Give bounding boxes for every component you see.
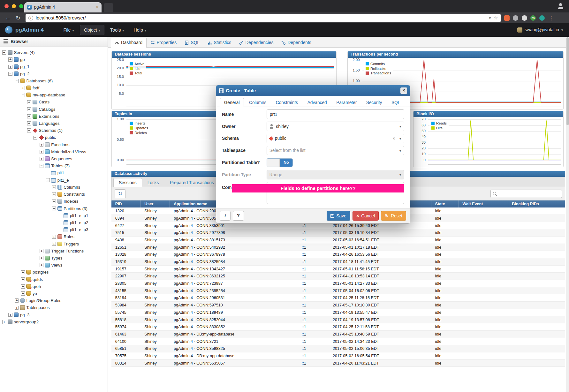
dialog-tab-parameter[interactable]: Parameter — [332, 98, 361, 107]
column-header-pid[interactable]: PID — [111, 200, 141, 208]
tree-item-columns[interactable]: +Columns — [0, 184, 108, 191]
tree-expander[interactable]: − — [15, 79, 19, 83]
tree-expander[interactable]: − — [33, 136, 37, 140]
tree-expander[interactable]: + — [40, 249, 44, 253]
tree-item-tables-7[interactable]: −Tables (7) — [0, 162, 108, 170]
tree-item-types[interactable]: +Types — [0, 254, 108, 261]
tree-item-casts[interactable]: +Casts — [0, 99, 108, 106]
tree-expander[interactable]: + — [52, 192, 56, 196]
tree-expander[interactable]: − — [52, 207, 56, 211]
tree-item-databases-6[interactable]: −Databases (6) — [0, 77, 108, 84]
tree-item-plt1-e-p3[interactable]: plt1_e_p3 — [0, 226, 108, 233]
tree-item-tablespaces[interactable]: +Tablespaces — [0, 304, 108, 311]
tree-item-views[interactable]: +Views — [0, 262, 108, 269]
tree-item-sequences[interactable]: +Sequences — [0, 155, 108, 162]
tree-expander[interactable]: + — [52, 235, 56, 239]
tree-expander[interactable]: + — [52, 200, 56, 204]
tab-dependencies[interactable]: Dependencies — [235, 38, 277, 47]
tree-expander[interactable]: + — [21, 291, 25, 296]
tablespace-select[interactable]: Select from the list ▾ — [267, 146, 404, 155]
tree-item-plt1-e-p2[interactable]: plt1_e_p2 — [0, 219, 108, 226]
tree-item-qreh[interactable]: +qreh — [0, 283, 108, 290]
activity-search-input[interactable] — [499, 192, 560, 196]
back-button[interactable]: ← — [5, 15, 11, 21]
new-tab-button[interactable] — [104, 3, 113, 11]
reset-button[interactable]: ↻ Reset — [381, 211, 406, 221]
browser-tab[interactable]: pgAdmin 4 × — [24, 2, 102, 12]
window-close-button[interactable] — [4, 4, 9, 9]
tree-item-functions[interactable]: +Functions — [0, 141, 108, 148]
dialog-header[interactable]: Create - Table × — [216, 85, 410, 96]
tab-dependents[interactable]: Dependents — [277, 38, 315, 47]
session-row-53194[interactable]: 53194ShirleypgAdmin 4 - CONN:2960531::12… — [111, 294, 565, 302]
tree-expander[interactable]: + — [27, 114, 31, 118]
site-info-icon[interactable]: i — [28, 16, 33, 20]
sql-help-button[interactable]: i — [220, 211, 231, 221]
tree-item-pg-1[interactable]: +pg_1 — [0, 63, 108, 70]
session-row-55974[interactable]: 55974ShirleypgAdmin 4 - CONN:8330852::12… — [111, 323, 565, 331]
tree-expander[interactable]: + — [15, 306, 19, 310]
refresh-button[interactable]: ↻ — [115, 189, 125, 198]
tree-expander[interactable]: + — [15, 298, 19, 303]
tree-item-plt1-e-p1[interactable]: plt1_e_p1 — [0, 212, 108, 219]
session-row-9438[interactable]: 9438ShirleypgAdmin 4 - CONN:3815173::120… — [111, 237, 565, 244]
column-header-blocking-pids[interactable]: Blocking PIDs — [508, 200, 565, 208]
tree-expander[interactable]: + — [8, 65, 12, 69]
dialog-tab-security[interactable]: Security — [362, 98, 386, 107]
save-button[interactable]: Save — [327, 211, 350, 221]
tree-expander[interactable]: + — [40, 150, 44, 154]
window-minimize-button[interactable] — [12, 4, 16, 9]
tree-expander[interactable]: + — [40, 157, 44, 161]
tree-item-pg-3[interactable]: +pg_3 — [0, 311, 108, 318]
help-button[interactable]: ? — [233, 211, 244, 221]
session-row-15319[interactable]: 15319ShirleypgAdmin 4 - CONN:3825984::12… — [111, 258, 565, 266]
tree-item-schemas-1[interactable]: −Schemas (1) — [0, 127, 108, 134]
schema-select[interactable]: public × ▾ — [267, 134, 404, 143]
extension-icon-1[interactable] — [504, 15, 510, 21]
tree-item-trigger-functions[interactable]: +Trigger Functions — [0, 247, 108, 254]
tree-item-languages[interactable]: +Languages — [0, 120, 108, 127]
extension-icon-5[interactable] — [539, 15, 545, 21]
column-header-state[interactable]: State — [431, 200, 459, 208]
session-row-55745[interactable]: 55745ShirleypgAdmin 4 - CONN:189489::120… — [111, 309, 565, 316]
tree-item-login-group-roles[interactable]: +Login/Group Roles — [0, 297, 108, 304]
tree-item-my-app-database[interactable]: −my-app-database — [0, 92, 108, 99]
tab-prepared-transactions[interactable]: Prepared Transactions — [164, 178, 219, 187]
tree-item-plt1-e[interactable]: −plt1_e — [0, 177, 108, 184]
tree-expander[interactable]: − — [21, 93, 25, 97]
tree-item-constraints[interactable]: +Constraints — [0, 191, 108, 198]
url-bar[interactable]: i localhost:5050/browser/ ▾ ☆ — [26, 14, 501, 22]
tree-item-indexes[interactable]: +Indexes — [0, 198, 108, 205]
tree-item-catalogs[interactable]: +Catalogs — [0, 106, 108, 113]
tree-expander[interactable]: + — [21, 277, 25, 282]
tree-item-public[interactable]: −public — [0, 134, 108, 141]
column-header-user[interactable]: User — [141, 200, 170, 208]
tab-properties[interactable]: Properties — [147, 38, 181, 47]
tree-item-servergroup2[interactable]: +servergroup2 — [0, 318, 108, 325]
reload-button[interactable]: ↻ — [16, 15, 20, 21]
dialog-tab-columns[interactable]: Columns — [245, 98, 270, 107]
dialog-tab-general[interactable]: General — [220, 98, 244, 107]
owner-select[interactable]: shirley ▾ — [267, 122, 404, 131]
menu-object[interactable]: Object▾ — [80, 25, 104, 35]
tab-sql[interactable]: SQL — [180, 38, 203, 47]
tab-sessions[interactable]: Sessions — [113, 178, 142, 187]
dialog-close-button[interactable]: × — [400, 87, 407, 94]
tree-item-postgres[interactable]: +postgres — [0, 269, 108, 276]
user-menu[interactable]: swang@pivotal.io ▾ — [517, 27, 569, 33]
tab-statistics[interactable]: Statistics — [203, 38, 235, 47]
menu-help[interactable]: Help▾ — [130, 25, 150, 35]
tree-item-servers-4[interactable]: −Servers (4) — [0, 49, 108, 56]
tree-item-qefds[interactable]: +qefds — [0, 276, 108, 283]
tree-expander[interactable]: + — [21, 86, 25, 90]
session-row-55818[interactable]: 55818ShirleypgAdmin 4 - CONN:8252044::12… — [111, 316, 565, 324]
tree-expander[interactable]: − — [2, 50, 6, 55]
tab-locks[interactable]: Locks — [142, 178, 164, 187]
tree-expander[interactable]: + — [40, 256, 44, 260]
tree-item-extensions[interactable]: +Extensions — [0, 113, 108, 120]
session-row-19157[interactable]: 19157ShirleypgAdmin 4 - CONN:1342427::12… — [111, 266, 565, 273]
name-field[interactable] — [267, 109, 404, 119]
column-header-wait-event[interactable]: Wait Event — [459, 200, 508, 208]
session-row-65851[interactable]: 65851ShirleypgAdmin 4 - CONN:3598825::12… — [111, 345, 565, 352]
tree-expander[interactable]: + — [2, 320, 6, 324]
